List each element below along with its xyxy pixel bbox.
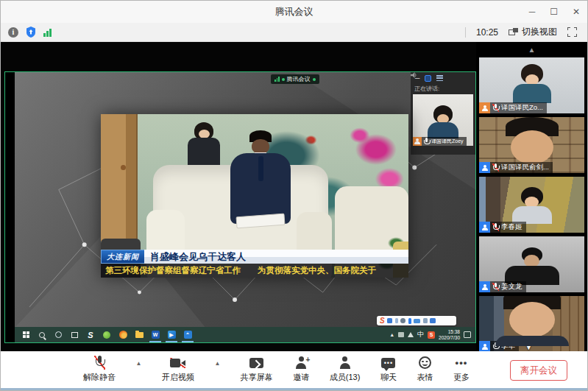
switch-view-label: 切换视图 bbox=[522, 26, 557, 38]
punctuation-icon bbox=[395, 318, 398, 323]
wood-panel bbox=[101, 114, 138, 242]
participant-tile[interactable]: 李春姬 bbox=[479, 177, 584, 233]
input-language-indicator: 中 bbox=[417, 330, 424, 339]
input-method-toolbar: S bbox=[377, 316, 456, 325]
input-mode-icon bbox=[387, 318, 392, 323]
unmute-label: 解除静音 bbox=[83, 372, 116, 383]
muted-mic-icon bbox=[492, 104, 499, 112]
participant-name-badge: 译国译民Zo... bbox=[479, 102, 547, 113]
participant-role-icon bbox=[479, 102, 490, 113]
window-title: 腾讯会议 bbox=[275, 5, 314, 18]
action-center-icon bbox=[464, 331, 471, 338]
participant-name-badge: 译国译民俞剑... bbox=[479, 162, 553, 173]
meeting-toolbar: i 10:25 切换视图 bbox=[1, 23, 587, 42]
participant-name: 李春姬 bbox=[501, 222, 523, 232]
security-shield-icon[interactable] bbox=[26, 27, 36, 38]
muted-mic-icon bbox=[492, 223, 499, 231]
meeting-clock: 10:25 bbox=[465, 27, 498, 38]
share-screen-label: 共享屏幕 bbox=[241, 372, 273, 383]
nested-window-controls: ─ bbox=[411, 72, 475, 84]
news-ticker: 第三环境保护督察组督察辽宁省工作 为贯彻落实党中央、国务院关于 bbox=[101, 264, 408, 278]
news-video-window: 大连新闻 肖盛峰会见乌干达客人 第三环境保护督察组督察辽宁省工作 为贯彻落实党中… bbox=[101, 114, 408, 278]
window-controls: ─ ☐ ✕ bbox=[529, 1, 580, 23]
nested-status-dot bbox=[282, 78, 285, 81]
invite-label: 邀请 bbox=[293, 372, 309, 383]
cortana-icon bbox=[50, 327, 66, 342]
windows-start-icon bbox=[18, 327, 34, 342]
shared-taskbar: S W ▶ ⌃ ▲ 中 S 15:38 2020/7/30 bbox=[15, 327, 475, 342]
chat-label: 聊天 bbox=[380, 372, 397, 383]
news-caption-bar: 大连新闻 肖盛峰会见乌干达客人 bbox=[101, 250, 408, 264]
meeting-control-bar: 解除静音 ▲ 开启视频 ▲ 共享屏幕 + 邀请 成员(13) ••• bbox=[1, 351, 587, 390]
nested-layout-icon bbox=[425, 75, 431, 82]
chat-icon: ••• bbox=[381, 358, 395, 368]
more-icon: ••• bbox=[456, 357, 468, 368]
participant-name-badge: 姜文龙 bbox=[479, 281, 526, 292]
nested-meeting-panel: ─ 正在讲话: bbox=[411, 72, 475, 155]
participant-video bbox=[495, 296, 569, 346]
emoji-icon bbox=[419, 356, 431, 369]
participant-sidebar: ▲ 译国译民Zo... 译国译民俞剑... bbox=[476, 42, 587, 351]
nested-shield-dot bbox=[313, 78, 316, 81]
fullscreen-icon[interactable] bbox=[567, 27, 577, 37]
voice-input-icon bbox=[408, 318, 411, 324]
start-video-button[interactable]: 开启视频 bbox=[162, 356, 194, 383]
participant-video bbox=[506, 117, 559, 164]
tray-sogou-icon: S bbox=[428, 331, 435, 339]
skin-icon bbox=[430, 318, 436, 323]
participant-tile[interactable]: 姜文龙 bbox=[479, 236, 584, 292]
close-button[interactable]: ✕ bbox=[573, 7, 580, 16]
sogou-logo-icon: S bbox=[380, 317, 385, 325]
maximize-button[interactable]: ☐ bbox=[550, 7, 558, 16]
audio-options-caret[interactable]: ▲ bbox=[136, 360, 142, 367]
window-titlebar: 腾讯会议 ─ ☐ ✕ bbox=[1, 1, 587, 23]
host-badge-icon bbox=[413, 137, 422, 146]
members-icon bbox=[339, 356, 351, 369]
participant-tile[interactable]: 译国译民Zo... bbox=[479, 57, 584, 113]
soft-keyboard-icon bbox=[414, 319, 420, 323]
video-options-caret[interactable]: ▲ bbox=[214, 360, 220, 367]
shared-desktop-wallpaper: 腾讯会议 ─ 正在讲话: bbox=[15, 72, 475, 327]
self-view-thumbnail: 译国译民Zoey bbox=[413, 94, 473, 146]
toolbox-icon bbox=[423, 318, 428, 323]
muted-mic-icon bbox=[492, 163, 499, 172]
nested-list-icon bbox=[436, 75, 443, 81]
switch-view-button[interactable]: 切换视图 bbox=[509, 26, 557, 38]
members-button[interactable]: 成员(13) bbox=[330, 356, 361, 383]
speaking-label: 正在讲话: bbox=[414, 85, 439, 93]
emoji-button[interactable]: 表情 bbox=[417, 356, 433, 383]
scroll-up-arrow[interactable]: ▲ bbox=[476, 42, 587, 57]
unmute-button[interactable]: 解除静音 bbox=[83, 356, 116, 383]
camera-off-icon bbox=[170, 358, 185, 368]
participant-name: 译国译民俞剑... bbox=[501, 163, 549, 172]
self-view-name-badge: 译国译民Zoey bbox=[413, 137, 467, 146]
minimize-button[interactable]: ─ bbox=[529, 7, 536, 16]
nested-meeting-title: 腾讯会议 bbox=[287, 75, 311, 83]
tray-folder-icon bbox=[398, 332, 404, 337]
members-label: 成员(13) bbox=[330, 372, 361, 383]
system-tray: ▲ 中 S 15:38 2020/7/30 bbox=[389, 329, 472, 341]
more-button[interactable]: ••• 更多 bbox=[453, 356, 470, 383]
share-screen-button[interactable]: 共享屏幕 bbox=[241, 356, 273, 383]
self-view-person bbox=[428, 105, 458, 138]
network-signal-icon[interactable] bbox=[43, 28, 52, 37]
participant-tile[interactable]: 李华 ▼ bbox=[479, 296, 584, 352]
file-explorer-icon bbox=[131, 327, 147, 342]
taskbar-date: 2020/7/30 bbox=[439, 335, 460, 341]
meeting-info-icon[interactable]: i bbox=[8, 27, 18, 38]
participant-role-icon bbox=[479, 222, 490, 233]
participant-role-icon bbox=[479, 281, 490, 292]
participant-video bbox=[513, 64, 551, 103]
participant-name: 姜文龙 bbox=[501, 282, 523, 292]
invite-button[interactable]: + 邀请 bbox=[293, 356, 309, 383]
leave-meeting-button[interactable]: 离开会议 bbox=[510, 360, 567, 381]
emoji-panel-icon bbox=[400, 318, 405, 323]
participant-tile[interactable]: 译国译民俞剑... bbox=[479, 117, 584, 173]
participant-video bbox=[512, 187, 552, 224]
tencent-meeting-window: 腾讯会议 ─ ☐ ✕ i 10:25 切换视图 bbox=[0, 0, 588, 391]
main-stage: 腾讯会议 ─ 正在讲话: bbox=[1, 42, 587, 351]
participant-name: 译国译民Zo... bbox=[501, 103, 543, 113]
taskbar-time: 15:38 bbox=[439, 329, 460, 335]
participant-role-icon bbox=[479, 162, 490, 173]
chat-button[interactable]: ••• 聊天 bbox=[380, 356, 397, 383]
